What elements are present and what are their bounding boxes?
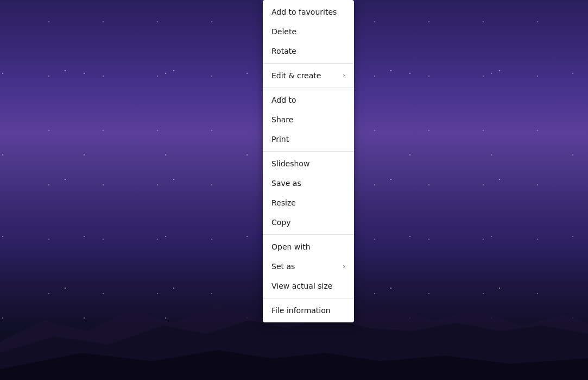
- menu-item-edit-create[interactable]: Edit & create ›: [263, 66, 354, 85]
- menu-item-label: Copy: [271, 218, 291, 227]
- menu-item-label: Delete: [271, 27, 296, 36]
- menu-item-delete[interactable]: Delete: [263, 22, 354, 41]
- menu-item-label: Slideshow: [271, 159, 309, 168]
- menu-item-label: Print: [271, 135, 289, 144]
- chevron-right-icon: ›: [343, 72, 345, 79]
- menu-item-label: Add to favourites: [271, 8, 337, 16]
- menu-divider-2: [263, 88, 354, 88]
- menu-item-file-information[interactable]: File information: [263, 301, 354, 320]
- menu-divider-1: [263, 63, 354, 64]
- menu-item-label: Set as: [271, 262, 295, 271]
- menu-item-label: Share: [271, 115, 293, 124]
- context-menu: Add to favourites Delete Rotate Edit & c…: [263, 0, 354, 322]
- menu-item-view-actual-size[interactable]: View actual size: [263, 276, 354, 296]
- menu-item-add-to[interactable]: Add to: [263, 90, 354, 110]
- menu-divider-5: [263, 298, 354, 298]
- menu-item-label: Open with: [271, 242, 311, 251]
- menu-item-save-as[interactable]: Save as: [263, 173, 354, 193]
- menu-item-label: View actual size: [271, 282, 332, 290]
- menu-item-label: File information: [271, 306, 331, 315]
- menu-item-label: Resize: [271, 198, 296, 207]
- menu-item-copy[interactable]: Copy: [263, 213, 354, 232]
- menu-item-share[interactable]: Share: [263, 110, 354, 129]
- menu-item-add-to-favourites[interactable]: Add to favourites: [263, 2, 354, 22]
- menu-item-label: Save as: [271, 179, 301, 188]
- menu-divider-3: [263, 151, 354, 152]
- menu-item-label: Edit & create: [271, 71, 321, 80]
- menu-item-slideshow[interactable]: Slideshow: [263, 154, 354, 173]
- menu-item-rotate[interactable]: Rotate: [263, 41, 354, 61]
- menu-divider-4: [263, 234, 354, 235]
- chevron-right-icon: ›: [343, 263, 345, 270]
- menu-item-label: Rotate: [271, 47, 296, 55]
- menu-item-set-as[interactable]: Set as ›: [263, 257, 354, 276]
- menu-item-print[interactable]: Print: [263, 129, 354, 149]
- menu-item-resize[interactable]: Resize: [263, 193, 354, 213]
- menu-item-label: Add to: [271, 96, 296, 104]
- menu-item-open-with[interactable]: Open with: [263, 237, 354, 257]
